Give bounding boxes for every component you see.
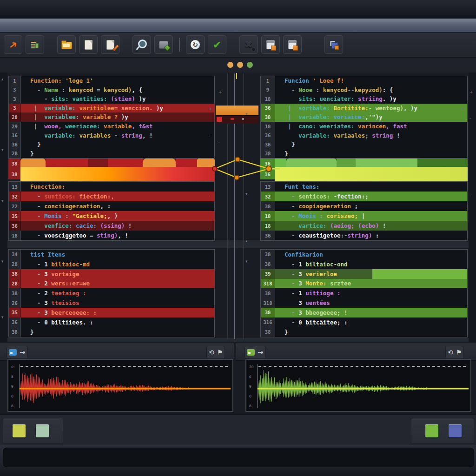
delete-button[interactable]: ✖: [239, 35, 258, 54]
code-line[interactable]: 34 tist Itens: [9, 250, 214, 259]
code-line[interactable]: 38 - coopiageeration ;: [261, 201, 467, 211]
package-icon: [330, 41, 338, 49]
code-line[interactable]: 36 variable: variaales; string !: [261, 131, 467, 140]
code-text: - conciiogeraation, :: [21, 203, 111, 210]
code-line[interactable]: 36 - 0 biltiiees. :: [9, 317, 214, 327]
code-line[interactable]: 3 - sits: vantities: (stien) )y: [9, 94, 214, 104]
line-number: 3: [9, 104, 21, 113]
code-line[interactable]: 1 Funcion ' Loee f!: [261, 76, 467, 86]
code-line[interactable]: 9 - Nooe : kenycod--kepyzod): {: [261, 86, 467, 95]
svg-text:20: 20: [249, 365, 254, 369]
code-line[interactable]: 28 }: [9, 149, 214, 158]
undo-icon[interactable]: ⟲: [448, 349, 453, 356]
left-merge-band[interactable]: 3838: [8, 159, 215, 179]
code-line[interactable]: 26 - 3 tteisios: [9, 298, 214, 308]
code-line[interactable]: 38 - 3 vortaige: [9, 269, 214, 279]
right-source-icon[interactable]: [247, 349, 255, 356]
code-line[interactable]: 39 - 3 verierloe: [261, 269, 467, 279]
swatch-green[interactable]: [425, 424, 438, 437]
swatch-blue[interactable]: [449, 424, 462, 437]
svg-text:9: 9: [11, 384, 13, 389]
code-line[interactable]: 18 sits: uenciater: striing. )y: [261, 94, 467, 104]
code-line[interactable]: 29 | wooe, weeriacee: variable, t&st: [9, 122, 214, 131]
code-line[interactable]: 316 - 0 bitcäitee; :: [261, 317, 467, 327]
right-merge-band[interactable]: 3616: [260, 159, 468, 179]
code-line[interactable]: 38 }: [261, 327, 467, 337]
line-number: 318: [261, 279, 275, 289]
code-line[interactable]: 13 Funcction:: [9, 182, 214, 192]
code-text: - 1 biltaioc-ond: [275, 261, 348, 268]
line-number: 22: [9, 201, 21, 211]
undo-icon[interactable]: ⟲: [209, 349, 214, 356]
left-code-block-top: 1 Function: 'loge 1'3 - Name : kenycod =…: [8, 76, 215, 159]
report-list-button[interactable]: [26, 35, 44, 54]
image-filter-button[interactable]: [154, 35, 173, 54]
swatch-yellow[interactable]: [13, 424, 26, 437]
code-line[interactable]: 32 - sunticos: fiection:,: [9, 192, 214, 201]
merge-connector-diamond[interactable]: [205, 153, 284, 184]
code-line[interactable]: 38 - 1 biltaioc-ond: [261, 259, 467, 269]
code-line[interactable]: 22 - conciiogeraation, :: [9, 201, 214, 211]
code-text: }: [21, 329, 34, 336]
code-line[interactable]: 1 Function: 'loge 1': [9, 76, 214, 86]
code-line[interactable]: 28 | variablee: variable ? )y: [9, 112, 214, 122]
title-bevel: [0, 19, 476, 33]
code-line[interactable]: 13 Funt tens:: [261, 182, 467, 192]
code-text: - 0 biltiiees. :: [21, 319, 93, 326]
code-line[interactable]: 35 - 3 beerceoeee: :: [9, 308, 214, 317]
scroll-marker: ▾: [1, 259, 4, 264]
code-line[interactable]: 16 variable: variables - string, !: [9, 131, 214, 140]
section-gap: [7, 240, 469, 248]
code-line[interactable]: 18 - Moois : coriszeo; |: [261, 211, 467, 221]
code-line[interactable]: 28 - 2 wers::er=we: [9, 279, 214, 289]
package-sync-button[interactable]: [324, 35, 343, 54]
code-line[interactable]: 35 - Monis : "Gactiale;, ): [9, 211, 214, 221]
code-line[interactable]: 3 - Name : kenycod = kenycod), {: [9, 86, 214, 95]
code-line[interactable]: 36 venfice: cacie: (ssing) !: [9, 221, 214, 231]
history-button[interactable]: ↻: [186, 35, 205, 54]
code-line[interactable]: 38 }: [261, 149, 467, 158]
code-line[interactable]: 38 - 3 bbeogeeee; !: [261, 308, 467, 317]
code-line[interactable]: 18 - voosciggetoo = sting), !: [9, 231, 214, 240]
new-document-button[interactable]: [79, 35, 98, 54]
code-line[interactable]: 38 | variable: voriaice:,'")y: [261, 112, 467, 122]
code-line[interactable]: 36 }: [261, 140, 467, 149]
save-left-button[interactable]: [261, 35, 280, 54]
code-text: variable: variables - string, !: [21, 132, 152, 139]
line-number: 18: [261, 221, 275, 231]
code-text: }: [21, 141, 41, 148]
play-arrow-icon[interactable]: →: [258, 349, 264, 356]
code-line[interactable]: 28 - 1 biltaioc-md: [9, 259, 214, 269]
save-right-button[interactable]: [283, 35, 302, 54]
flag-icon[interactable]: ⚑: [456, 349, 462, 356]
app-home-button[interactable]: ➔: [4, 35, 22, 54]
flag-icon[interactable]: ⚑: [217, 349, 223, 356]
code-line[interactable]: 38 - 2 teetaieg :: [9, 288, 214, 298]
left-source-icon[interactable]: [9, 349, 17, 356]
code-line[interactable]: 318 - 3 Monte: srztee: [261, 279, 467, 289]
code-text: | wooe, weeriacee: variable, t&st: [21, 123, 152, 130]
line-number: 34: [9, 250, 21, 259]
edit-document-button[interactable]: [101, 35, 119, 54]
open-folder-button[interactable]: [57, 35, 76, 54]
diff-connector-band-orange[interactable]: [216, 106, 258, 115]
play-arrow-icon[interactable]: →: [20, 349, 26, 356]
image-badge-icon: [159, 41, 168, 49]
code-line[interactable]: 3 | variable: varitiolee= senccion. )y: [9, 104, 214, 113]
code-line[interactable]: 38 - 1 uittioge :: [261, 288, 467, 298]
code-line[interactable]: 36 | sortbale: Bortitite:- wentoeg), )y: [261, 104, 467, 113]
search-button[interactable]: [132, 35, 151, 54]
code-line[interactable]: 18 vartice: (aeiog; (ecbo) !: [261, 221, 467, 231]
code-line[interactable]: 38 Confikarion: [261, 250, 467, 259]
code-line[interactable]: 18 | cano: weeriates: varincen, fast: [261, 122, 467, 131]
bottom-bar: [0, 414, 476, 446]
code-line[interactable]: 36 }: [9, 140, 214, 149]
swatch-mint[interactable]: [36, 424, 49, 437]
code-line[interactable]: 32 - senticos: -fection:;: [261, 192, 467, 201]
code-line[interactable]: 318 3 uentées: [261, 298, 467, 308]
code-line[interactable]: 38 }: [9, 327, 214, 337]
code-line[interactable]: 36 - ceaustigetoe:-string) :: [261, 231, 467, 240]
status-dot-left: [227, 62, 233, 68]
approve-button[interactable]: ✔: [208, 35, 226, 54]
code-text: - 3 beerceoeee: :: [21, 309, 97, 316]
